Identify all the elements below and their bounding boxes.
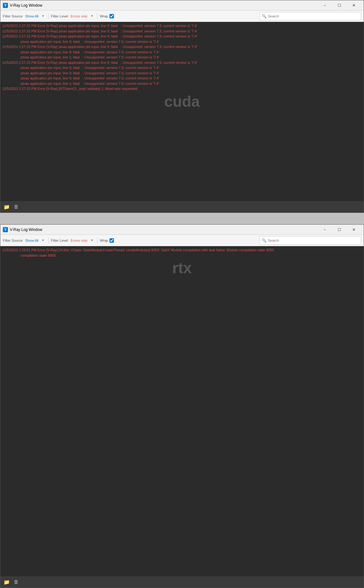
search-icon-1: 🔍	[262, 14, 267, 18]
list-item: 12/5/2023 2:29:51 PM Error [V-Ray] [VUti…	[2, 247, 362, 253]
window-title-1: V-Ray Log Window	[10, 3, 317, 8]
cuda-label: cuda	[0, 93, 364, 110]
filter-level-dropdown-1[interactable]: ▼	[89, 14, 95, 19]
maximize-button-2[interactable]: ☐	[332, 225, 347, 235]
title-bar-1: V V-Ray Log Window − ☐ ✕	[0, 0, 364, 10]
filter-level-label-2: Filter Level	[51, 239, 68, 242]
errors-only-label-1: Errors only	[70, 14, 87, 18]
errors-only-label-2: Errors only	[70, 239, 87, 242]
list-item: ptxas application ptx input, line 1; fat…	[2, 55, 362, 60]
chevron-down-icon-3: ▼	[41, 238, 46, 243]
wrap-section-1: Wrap	[100, 14, 114, 18]
rtx-label: rtx	[0, 259, 364, 277]
close-button-1[interactable]: ✕	[347, 0, 361, 10]
separator-3	[48, 238, 49, 243]
list-item: 12/5/2023 2:27:23 PM Error [V-Ray] ptxas…	[2, 44, 362, 50]
filter-level-label-1: Filter Level	[51, 14, 68, 18]
list-item: 12/5/2023 2:27:23 PM Error [V-Ray] ptxas…	[2, 29, 362, 34]
close-button-2[interactable]: ✕	[347, 225, 361, 235]
window-controls-1: − ☐ ✕	[317, 0, 361, 10]
toolbar-2: Filter Source Show All ▼ Filter Level Er…	[0, 235, 364, 246]
search-box-1[interactable]: 🔍	[260, 12, 361, 20]
title-bar-2: V V-Ray Log Window − ☐ ✕	[0, 225, 364, 235]
search-icon-2: 🔍	[262, 238, 267, 243]
search-input-2[interactable]	[268, 239, 359, 242]
wrap-section-2: Wrap	[100, 238, 114, 243]
list-item: ptxas application ptx input, line 9; fat…	[2, 50, 362, 55]
minimize-button-1[interactable]: −	[317, 0, 332, 10]
trash-icon-2[interactable]: 🗑	[14, 579, 19, 585]
log-messages-1: 12/5/2023 2:27:23 PM Error [V-Ray] ptxas…	[0, 22, 364, 93]
list-item: 12/5/2023 2:27:23 PM Error [V-Ray] ptxas…	[2, 60, 362, 65]
search-box-2[interactable]: 🔍	[260, 236, 361, 245]
list-item: 12/5/2023 2:27:23 PM Error [V-Ray] ptxas…	[2, 34, 362, 39]
list-item: ptxas application ptx input, line 1; fat…	[2, 81, 362, 86]
chevron-down-icon-4: ▼	[89, 238, 95, 243]
show-all-link-1[interactable]: Show All	[25, 14, 38, 18]
log-content-1: 12/5/2023 2:27:23 PM Error [V-Ray] ptxas…	[0, 22, 364, 201]
separator-4	[97, 238, 97, 243]
trash-icon-1[interactable]: 🗑	[14, 204, 19, 210]
list-item: ptxas application ptx input, line 9; fat…	[2, 65, 362, 71]
separator-2	[97, 13, 97, 19]
list-item: ptxas application ptx input, line 9; fat…	[2, 39, 362, 44]
list-item: compilation state 9059	[2, 253, 362, 258]
filter-source-dropdown-1[interactable]: ▼	[41, 14, 46, 19]
list-item: 12/5/2023 2:27:23 PM Error [V-Ray] [RTOp…	[2, 86, 362, 91]
filter-source-dropdown-2[interactable]: ▼	[41, 238, 46, 243]
log-spacer-2: rtx	[0, 259, 364, 576]
toolbar-1: Filter Source Show All ▼ Filter Level Er…	[0, 10, 364, 22]
wrap-label-2: Wrap	[100, 239, 108, 242]
log-messages-2: 12/5/2023 2:29:51 PM Error [V-Ray] [VUti…	[0, 246, 364, 259]
show-all-link-2[interactable]: Show All	[25, 239, 38, 242]
wrap-checkbox-1[interactable]	[109, 14, 114, 18]
window-title-2: V-Ray Log Window	[10, 227, 317, 232]
maximize-button-1[interactable]: ☐	[332, 0, 347, 10]
window-cuda: V V-Ray Log Window − ☐ ✕ Filter Source S…	[0, 0, 364, 213]
log-content-2: 12/5/2023 2:29:51 PM Error [V-Ray] [VUti…	[0, 246, 364, 576]
window-controls-2: − ☐ ✕	[317, 225, 361, 235]
log-spacer-1: cuda	[0, 93, 364, 201]
folder-icon-1[interactable]: 📁	[3, 204, 10, 210]
filter-level-dropdown-2[interactable]: ▼	[89, 238, 95, 243]
window-rtx: V V-Ray Log Window − ☐ ✕ Filter Source S…	[0, 224, 364, 588]
folder-icon-2[interactable]: 📁	[3, 579, 10, 585]
chevron-down-icon-2: ▼	[89, 14, 95, 19]
search-input-1[interactable]	[268, 14, 359, 18]
separator-1	[48, 13, 49, 19]
minimize-button-2[interactable]: −	[317, 225, 332, 235]
bottom-toolbar-2: 📁 🗑	[0, 576, 364, 588]
wrap-checkbox-2[interactable]	[109, 238, 114, 243]
list-item: ptxas application ptx input, line 9; fat…	[2, 76, 362, 81]
wrap-label-1: Wrap	[100, 14, 108, 18]
app-icon-2: V	[3, 227, 8, 232]
chevron-down-icon-1: ▼	[41, 14, 46, 19]
list-item: ptxas application ptx input, line 9; fat…	[2, 71, 362, 76]
bottom-toolbar-1: 📁 🗑	[0, 201, 364, 213]
filter-source-label-2: Filter Source	[3, 239, 23, 242]
list-item: 12/5/2023 2:27:23 PM Error [V-Ray] ptxas…	[2, 23, 362, 29]
app-icon-1: V	[3, 3, 8, 8]
filter-source-label-1: Filter Source	[3, 14, 23, 18]
